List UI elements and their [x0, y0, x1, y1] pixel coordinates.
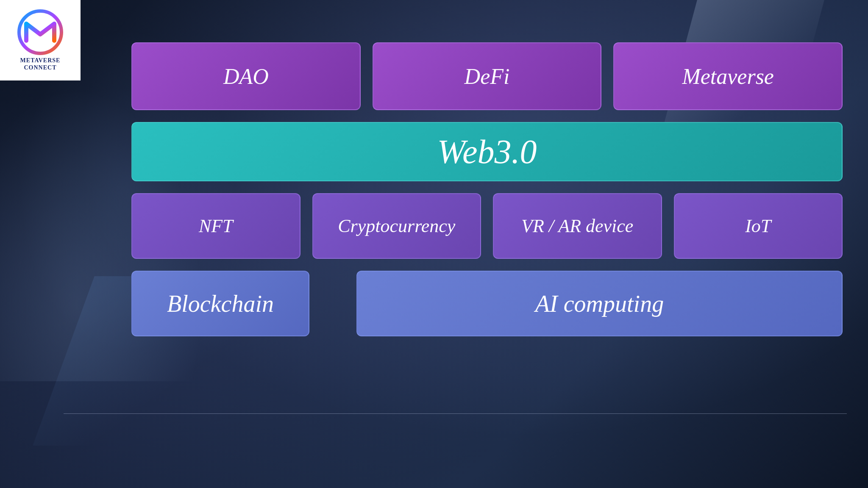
card-iot: IoT [674, 193, 843, 259]
logo-container: METAVERSE CONNECT [0, 0, 81, 80]
row-web3: Web3.0 [131, 122, 843, 181]
card-vr-ar: VR / AR device [493, 193, 662, 259]
main-content: DAO DeFi Metaverse Web3.0 NFT Cryptocurr… [131, 42, 843, 336]
card-nft: NFT [131, 193, 300, 259]
row-middle: NFT Cryptocurrency VR / AR device IoT [131, 193, 843, 259]
bottom-divider [64, 413, 847, 414]
card-dao: DAO [131, 42, 361, 110]
row-bottom: Blockchain AI computing [131, 271, 843, 336]
logo-text: METAVERSE CONNECT [20, 57, 61, 72]
row-gap [321, 271, 345, 336]
card-web3: Web3.0 [131, 122, 843, 181]
card-cryptocurrency: Cryptocurrency [312, 193, 481, 259]
card-metaverse: Metaverse [613, 42, 843, 110]
card-ai-computing: AI computing [356, 271, 843, 336]
row-top: DAO DeFi Metaverse [131, 42, 843, 110]
logo-icon [17, 9, 64, 55]
card-defi: DeFi [373, 42, 602, 110]
card-blockchain: Blockchain [131, 271, 309, 336]
